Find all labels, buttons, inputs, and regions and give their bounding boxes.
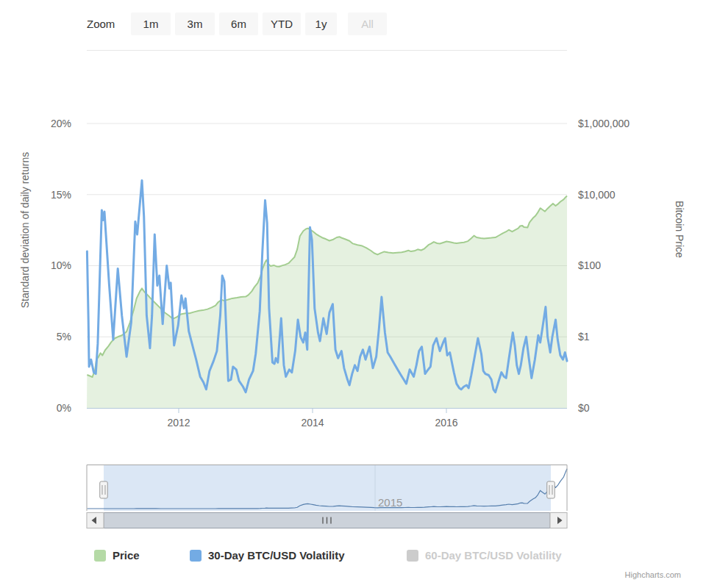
chart-container: Zoom 1m 3m 6m YTD 1y All (0, 0, 706, 588)
scrollbar-right-button[interactable] (550, 513, 567, 528)
price-series-swatch-icon (94, 550, 106, 562)
navigator (87, 465, 567, 512)
plot-area[interactable] (87, 66, 567, 408)
legend-label-30d-volatility: 30-Day BTC/USD Volatility (208, 549, 345, 562)
y-right-tick-1: $1 (578, 331, 674, 343)
chart-svg (0, 0, 706, 588)
scrollbar (87, 513, 567, 528)
navigator-selected-range[interactable] (104, 465, 551, 512)
navigator-axis-label: 2015 (378, 496, 402, 509)
x-tick-2016: 2016 (424, 417, 468, 429)
navigator-right-handle[interactable] (547, 481, 555, 498)
credits-link[interactable]: Highcharts.com (534, 570, 681, 579)
y-left-tick-0: 0% (20, 402, 71, 414)
y-left-axis-title: Standard deviation of daily returns (18, 83, 32, 377)
y-right-tick-1m: $1,000,000 (578, 118, 674, 129)
y-right-tick-10k: $10,000 (578, 189, 674, 201)
legend-item-price[interactable]: Price (94, 549, 140, 562)
scrollbar-left-button[interactable] (87, 513, 104, 528)
legend-item-30d-volatility[interactable]: 30-Day BTC/USD Volatility (190, 549, 345, 562)
y-right-tick-100: $100 (578, 259, 674, 271)
volatility-60d-swatch-icon (407, 550, 418, 562)
volatility-30d-swatch-icon (190, 550, 202, 562)
x-tick-2012: 2012 (157, 417, 201, 429)
legend-label-60d-volatility: 60-Day BTC/USD Volatility (425, 549, 562, 562)
y-right-tick-0: $0 (578, 402, 674, 414)
x-tick-2014: 2014 (290, 417, 335, 429)
legend-item-60d-volatility[interactable]: 60-Day BTC/USD Volatility (407, 549, 562, 562)
navigator-left-handle[interactable] (100, 481, 108, 498)
legend-label-price: Price (113, 549, 140, 562)
x-axis (87, 409, 567, 414)
y-right-axis-title: Bitcoin Price (673, 82, 686, 376)
